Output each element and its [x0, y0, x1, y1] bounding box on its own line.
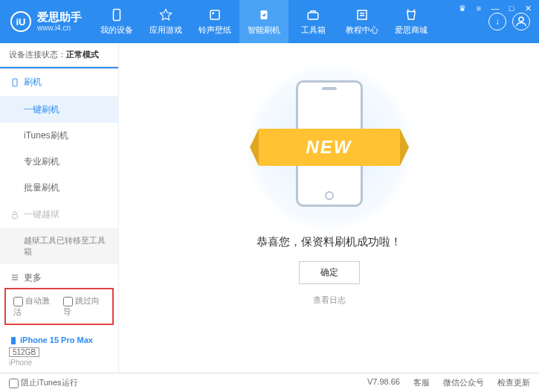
ok-button[interactable]: 确定 [299, 261, 360, 284]
phone-icon [9, 336, 18, 345]
success-message: 恭喜您，保资料刷机成功啦！ [256, 235, 401, 249]
device-name: iPhone 15 Pro Max [20, 335, 93, 344]
nav-item-5[interactable]: 教程中心 [338, 0, 387, 43]
sidebar-section-jailbreak: 一键越狱 [0, 201, 118, 229]
main-content: NEW 恭喜您，保资料刷机成功啦！ 确定 查看日志 [119, 43, 539, 373]
connection-status: 设备连接状态：正常模式 [0, 43, 118, 67]
logo: iU 爱思助手 www.i4.cn [0, 11, 92, 32]
menu-icon[interactable]: ≡ [474, 3, 484, 13]
gift-icon[interactable]: ♛ [457, 3, 468, 13]
svg-rect-1 [210, 10, 219, 19]
nav-icon [207, 7, 222, 22]
svg-rect-7 [13, 79, 17, 86]
download-button[interactable]: ↓ [488, 13, 506, 30]
jailbreak-note: 越狱工具已转移至工具箱 [0, 229, 118, 264]
sidebar-item-flash-0[interactable]: 一键刷机 [0, 97, 118, 123]
footer: 阻止iTunes运行 V7.98.66 客服 微信公众号 检查更新 [0, 373, 539, 392]
nav-icon [256, 7, 271, 22]
footer-link-update[interactable]: 检查更新 [497, 377, 530, 388]
list-icon [10, 273, 19, 282]
nav-item-6[interactable]: 爱思商城 [387, 0, 436, 43]
minimize-icon[interactable]: — [490, 3, 500, 13]
phone-icon [10, 78, 19, 87]
auto-activate-checkbox[interactable]: 自动激活 [13, 295, 56, 318]
device-type: iPhone [9, 359, 109, 367]
device-info: iPhone 15 Pro Max 512GB iPhone [0, 330, 118, 373]
nav-icon [109, 7, 124, 22]
sidebar-item-flash-2[interactable]: 专业刷机 [0, 149, 118, 175]
sidebar-section-flash[interactable]: 刷机 [0, 67, 118, 97]
nav-item-0[interactable]: 我的设备 [92, 0, 141, 43]
app-url: www.i4.cn [37, 24, 82, 32]
skip-guide-checkbox[interactable]: 跳过向导 [63, 295, 106, 318]
svg-rect-9 [11, 337, 16, 344]
nav-icon [404, 7, 419, 22]
nav-icon [158, 7, 173, 22]
options-highlight-box: 自动激活 跳过向导 [4, 288, 114, 325]
svg-rect-4 [308, 13, 318, 19]
close-icon[interactable]: ✕ [523, 3, 533, 13]
app-title: 爱思助手 [37, 11, 82, 24]
svg-rect-0 [114, 10, 120, 21]
footer-link-wechat[interactable]: 微信公众号 [443, 377, 484, 388]
logo-icon: iU [10, 11, 31, 32]
user-button[interactable] [512, 13, 530, 30]
user-icon [514, 15, 528, 28]
sidebar: 设备连接状态：正常模式 刷机 一键刷机iTunes刷机专业刷机批量刷机 一键越狱… [0, 43, 119, 373]
sidebar-item-flash-3[interactable]: 批量刷机 [0, 175, 118, 201]
view-log-link[interactable]: 查看日志 [313, 295, 346, 306]
new-ribbon: NEW [259, 129, 400, 166]
svg-point-2 [212, 12, 214, 14]
svg-rect-3 [261, 10, 268, 19]
svg-point-6 [519, 17, 523, 22]
storage-badge: 512GB [9, 347, 39, 357]
lock-icon [10, 211, 19, 219]
nav-item-2[interactable]: 铃声壁纸 [190, 0, 239, 43]
maximize-icon[interactable]: □ [506, 3, 517, 13]
nav-item-1[interactable]: 应用游戏 [141, 0, 190, 43]
sidebar-item-flash-1[interactable]: iTunes刷机 [0, 123, 118, 149]
sidebar-section-more[interactable]: 更多 [0, 264, 118, 283]
nav-item-4[interactable]: 工具箱 [288, 0, 338, 43]
main-nav: 我的设备应用游戏铃声壁纸智能刷机工具箱教程中心爱思商城 [92, 0, 480, 43]
version-label: V7.98.66 [367, 377, 400, 388]
success-illustration: NEW [274, 73, 385, 222]
block-itunes-checkbox[interactable]: 阻止iTunes运行 [9, 377, 78, 388]
footer-link-support[interactable]: 客服 [413, 377, 430, 388]
nav-item-3[interactable]: 智能刷机 [239, 0, 288, 43]
nav-icon [306, 7, 320, 22]
svg-rect-8 [13, 214, 18, 218]
nav-icon [355, 7, 369, 22]
